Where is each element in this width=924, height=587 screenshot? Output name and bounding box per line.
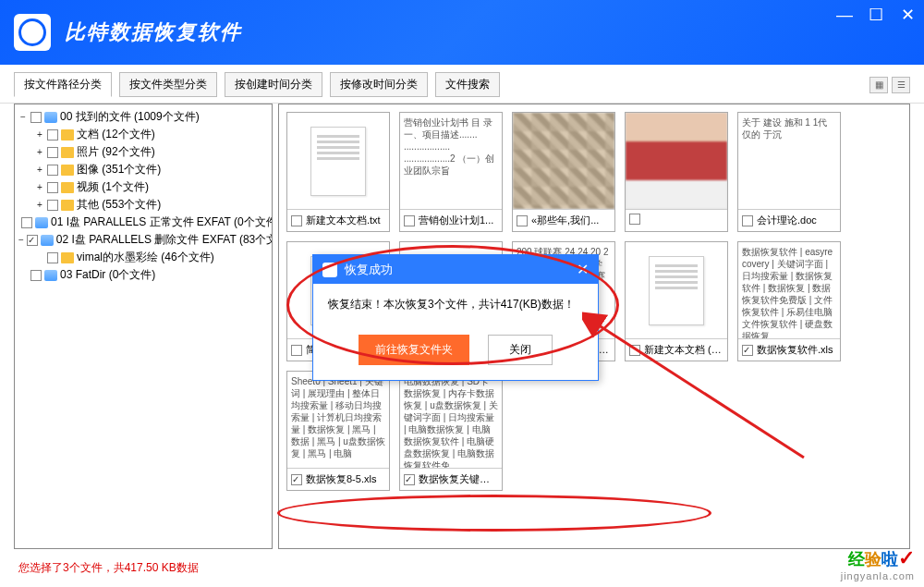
file-name: 新建文本文档 (2... — [644, 343, 723, 357]
file-name: 新建文本文档.txt — [306, 214, 385, 227]
file-card-0[interactable]: 新建文本文档.txt — [286, 112, 390, 232]
file-preview: 数据恢复软件 | easyrecovery | 关键词字面 | 日均搜索量 | … — [738, 242, 840, 339]
file-preview: 电脑数据恢复 | SD卡数据恢复 | 内存卡数据恢复 | u盘数据恢复 | 关键… — [400, 372, 502, 469]
tree-label: 图像 (351个文件) — [77, 162, 161, 177]
tab-2[interactable]: 按创建时间分类 — [225, 72, 322, 97]
tree-item-3[interactable]: +图像 (351个文件) — [18, 161, 268, 178]
file-checkbox[interactable] — [404, 474, 415, 485]
tree-checkbox[interactable] — [47, 182, 58, 193]
dialog-message: 恢复结束！本次恢复3个文件，共计417(KB)数据！ — [313, 284, 598, 325]
tree-checkbox[interactable] — [27, 235, 38, 246]
file-preview — [626, 113, 727, 210]
tree-item-7[interactable]: −02 I盘 PARALLELS 删除文件 EXFAT (83个文件) — [18, 231, 268, 249]
tree-checkbox[interactable] — [30, 112, 42, 123]
file-checkbox[interactable] — [517, 215, 528, 226]
dialog-close-button[interactable]: 关闭 — [488, 335, 553, 365]
file-preview: 关于 建设 施和 1 1代 仅的 于沉 — [738, 113, 840, 210]
folder-icon — [61, 165, 74, 176]
dialog-title: 恢复成功 — [345, 262, 393, 278]
tree-item-2[interactable]: +照片 (92个文件) — [18, 143, 268, 161]
tree-expander-icon[interactable]: + — [35, 129, 44, 140]
file-preview: Sheet0 | Sheet1 | 关键词 | 展现理由 | 整体日均搜索量 |… — [287, 372, 389, 469]
minimize-button[interactable]: — — [837, 7, 852, 22]
view-large-icons[interactable]: ▦ — [869, 77, 888, 93]
tab-1[interactable]: 按文件类型分类 — [119, 72, 217, 97]
app-logo — [14, 14, 51, 51]
tree-checkbox[interactable] — [47, 165, 58, 176]
tree-checkbox[interactable] — [47, 200, 58, 211]
tree-checkbox[interactable] — [47, 147, 58, 158]
tree-label: vimal的水墨彩绘 (46个文件) — [77, 250, 214, 265]
file-card-11[interactable]: 电脑数据恢复 | SD卡数据恢复 | 内存卡数据恢复 | u盘数据恢复 | 关键… — [399, 371, 503, 491]
drive-icon — [44, 270, 57, 281]
goto-folder-button[interactable]: 前往恢复文件夹 — [359, 335, 469, 365]
maximize-button[interactable]: ☐ — [869, 7, 883, 22]
tab-0[interactable]: 按文件路径分类 — [14, 72, 112, 97]
tree-expander-icon[interactable]: + — [35, 165, 44, 175]
tab-4[interactable]: 文件搜索 — [435, 72, 500, 97]
file-card-10[interactable]: Sheet0 | Sheet1 | 关键词 | 展现理由 | 整体日均搜索量 |… — [286, 371, 390, 491]
drive-icon — [41, 235, 54, 246]
tree-label: 00 找到的文件 (1009个文件) — [60, 109, 200, 125]
view-list[interactable]: ☰ — [892, 77, 910, 93]
tree-checkbox[interactable] — [30, 270, 42, 281]
file-card-8[interactable]: 新建文本文档 (2... — [625, 241, 728, 361]
status-bar: 您选择了3个文件，共417.50 KB数据 — [0, 556, 924, 580]
tree-item-0[interactable]: −00 找到的文件 (1009个文件) — [18, 108, 268, 126]
tree-label: 视频 (1个文件) — [77, 179, 149, 195]
drive-icon — [35, 217, 48, 228]
file-preview — [287, 113, 389, 210]
tree-item-4[interactable]: +视频 (1个文件) — [18, 178, 268, 196]
file-preview — [626, 242, 727, 339]
dialog-close-icon[interactable]: ✕ — [577, 261, 589, 278]
tree-item-5[interactable]: +其他 (553个文件) — [18, 196, 268, 214]
tree-label: 01 I盘 PARALLELS 正常文件 EXFAT (0个文件) — [51, 214, 273, 230]
file-checkbox[interactable] — [291, 345, 302, 356]
file-card-1[interactable]: 营销创业计划书 目 录 一、项目描述....... ..............… — [399, 112, 503, 232]
file-checkbox[interactable] — [629, 345, 640, 356]
file-name: 数据恢复关键词... — [419, 472, 498, 486]
file-checkbox[interactable] — [291, 215, 302, 226]
tree-label: 其他 (553个文件) — [77, 197, 161, 213]
file-checkbox[interactable] — [404, 215, 415, 226]
file-card-3[interactable] — [625, 112, 728, 232]
title-bar: 比特数据恢复软件 — ☐ ✕ — [0, 0, 924, 65]
file-card-2[interactable]: «那些年,我们... — [512, 112, 615, 232]
file-card-9[interactable]: 数据恢复软件 | easyrecovery | 关键词字面 | 日均搜索量 | … — [737, 241, 841, 361]
file-checkbox[interactable] — [291, 474, 302, 485]
folder-icon — [61, 182, 74, 193]
folder-tree[interactable]: −00 找到的文件 (1009个文件)+文档 (12个文件)+照片 (92个文件… — [14, 104, 273, 549]
watermark-char-1: 经 — [848, 550, 865, 569]
file-card-4[interactable]: 关于 建设 施和 1 1代 仅的 于沉会计理论.doc — [737, 112, 841, 232]
dialog-logo-icon — [322, 263, 337, 277]
tree-expander-icon[interactable]: − — [18, 235, 24, 245]
folder-icon — [61, 129, 74, 141]
close-button[interactable]: ✕ — [900, 7, 915, 22]
tree-checkbox[interactable] — [47, 252, 58, 263]
tree-label: 照片 (92个文件) — [77, 144, 155, 160]
watermark-char-3: 啦 — [881, 550, 898, 569]
file-preview — [513, 113, 614, 210]
folder-icon — [61, 200, 74, 211]
file-checkbox[interactable] — [742, 345, 753, 356]
dialog-header: 恢复成功 ✕ — [313, 255, 598, 284]
file-name: 营销创业计划1... — [419, 214, 498, 227]
tree-item-1[interactable]: +文档 (12个文件) — [18, 126, 268, 143]
dialog-footer: 前往恢复文件夹 关闭 — [313, 325, 598, 380]
file-name: «那些年,我们... — [531, 214, 611, 227]
folder-icon — [61, 147, 74, 158]
tab-3[interactable]: 按修改时间分类 — [330, 72, 428, 97]
tree-checkbox[interactable] — [47, 129, 58, 141]
tree-item-6[interactable]: 01 I盘 PARALLELS 正常文件 EXFAT (0个文件) — [18, 214, 268, 231]
app-title: 比特数据恢复软件 — [65, 18, 242, 46]
tree-checkbox[interactable] — [21, 217, 32, 228]
tree-expander-icon[interactable]: + — [35, 182, 44, 192]
tree-expander-icon[interactable]: + — [35, 200, 44, 210]
file-checkbox[interactable] — [742, 215, 753, 226]
tree-expander-icon[interactable]: + — [35, 147, 44, 157]
tree-expander-icon[interactable]: − — [18, 112, 28, 122]
file-checkbox[interactable] — [629, 214, 640, 225]
tree-item-8[interactable]: vimal的水墨彩绘 (46个文件) — [18, 249, 268, 266]
tree-item-9[interactable]: 03 FatDir (0个文件) — [18, 266, 268, 284]
file-name: 会计理论.doc — [757, 214, 836, 227]
